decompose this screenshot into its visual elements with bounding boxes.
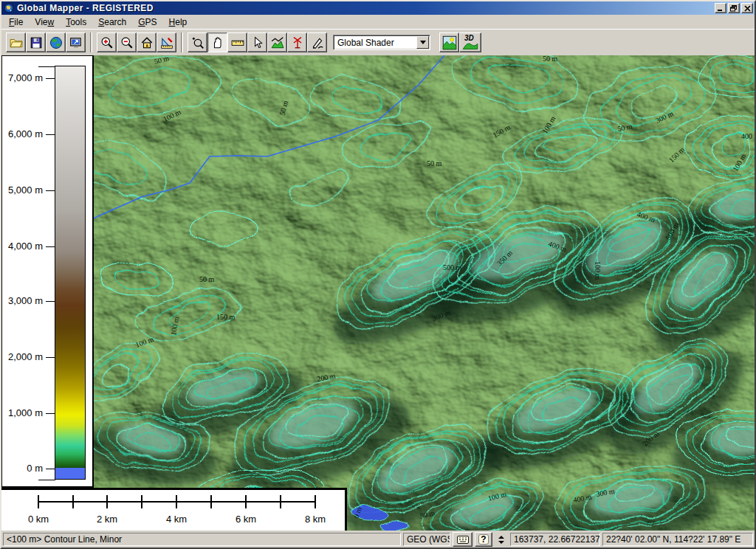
zoom-in-icon: [100, 36, 114, 49]
feature-status: <100 m> Contour Line, Minor: [3, 533, 401, 546]
menu-gps[interactable]: GPS: [132, 15, 162, 29]
coordinate-entry-button[interactable]: [453, 532, 472, 547]
export-screen-icon: [69, 36, 83, 49]
app-window: Global Mapper - REGISTERED File View Too…: [0, 0, 756, 549]
restore-icon: [730, 5, 738, 12]
contour-label: 100 m: [594, 261, 602, 280]
world-icon: [49, 36, 63, 49]
export-screen-button[interactable]: [66, 32, 86, 52]
legend-label-6000: 6,000 m: [2, 128, 43, 139]
digitizer-icon: [311, 36, 324, 49]
zoom-out-icon: [120, 36, 134, 49]
path-profile-icon: [271, 36, 284, 49]
scale-bar: 0 km 2 km 4 km 6 km 8 km: [1, 488, 347, 531]
world-view-button[interactable]: [46, 32, 66, 52]
help-icon: ?: [478, 534, 489, 545]
toolbar-separator: [181, 32, 183, 52]
contour-label: 50 m: [427, 159, 442, 168]
elevation-gradient-bar: [55, 66, 86, 480]
projection-status: GEO (WGS8: [403, 533, 450, 546]
contour-label: 50 m: [199, 275, 215, 283]
zoom-tool-button[interactable]: [188, 32, 207, 52]
open-folder-icon: [10, 36, 23, 49]
chevron-down-icon[interactable]: [416, 36, 429, 49]
digitizer-button[interactable]: [307, 32, 327, 52]
menu-bar: File View Tools Search GPS Help: [1, 15, 755, 29]
save-button[interactable]: [26, 32, 46, 52]
select-arrow-icon: [251, 36, 264, 49]
shader-dropdown-value: Global Shader: [337, 38, 394, 48]
cursor-coordinates: 163737, 22.66722137 ): [510, 533, 600, 546]
picture-view-icon: [442, 35, 457, 50]
measure-tool-button[interactable]: [227, 32, 247, 52]
shader-dropdown[interactable]: Global Shader: [333, 35, 430, 50]
pan-tool-button[interactable]: [207, 32, 227, 52]
picture-view-button[interactable]: [439, 32, 459, 52]
legend-label-4000: 4,000 m: [2, 241, 43, 252]
legend-label-7000: 7,000 m: [2, 72, 43, 83]
help-button[interactable]: ?: [475, 532, 492, 547]
contour-label: 150 m: [216, 313, 236, 321]
title-bar: Global Mapper - REGISTERED: [1, 1, 755, 15]
cursor-latlon: 22?40' 02.00" N, 114?22' 17.89" E: [602, 533, 753, 546]
contour-label: 50 m: [543, 55, 558, 63]
zoom-tool-icon: [191, 36, 205, 49]
scale-label-2km: 2 km: [97, 514, 117, 525]
zoom-spinner[interactable]: [497, 536, 506, 544]
threed-view-button[interactable]: 3D: [459, 32, 481, 52]
contour-label: 400 m: [741, 132, 755, 140]
menu-view[interactable]: View: [29, 15, 60, 29]
fresnel-icon: [291, 36, 304, 49]
spinner-down-icon[interactable]: [498, 541, 504, 544]
restore-button[interactable]: [728, 3, 740, 13]
legend-label-2000: 2,000 m: [2, 351, 43, 362]
scale-label-4km: 4 km: [166, 514, 187, 525]
menu-tools[interactable]: Tools: [60, 15, 92, 29]
measure-icon: [231, 36, 244, 49]
scale-label-8km: 8 km: [305, 514, 326, 525]
close-button[interactable]: [741, 3, 753, 13]
contour-label: 500 m: [443, 263, 462, 272]
select-tool-button[interactable]: [247, 32, 267, 52]
home-full-view-icon: [140, 36, 154, 49]
threed-label: 3D: [464, 34, 474, 42]
menu-search[interactable]: Search: [92, 15, 132, 29]
app-icon: [4, 3, 14, 13]
minimize-button[interactable]: [715, 3, 726, 13]
map-area: 50 m100 m50 m50 m50 m150 m100 m50 m300 m…: [1, 55, 755, 531]
full-view-button[interactable]: [137, 32, 157, 52]
elevation-legend: 7,000 m 6,000 m 5,000 m 4,000 m 3,000 m …: [1, 55, 94, 488]
menu-help[interactable]: Help: [163, 15, 193, 29]
minimize-icon: [717, 5, 724, 12]
open-file-button[interactable]: [6, 32, 26, 52]
toolbar-separator: [90, 32, 92, 52]
save-icon: [30, 36, 43, 49]
legend-label-1000: 1,000 m: [2, 407, 43, 418]
window-title: Global Mapper - REGISTERED: [17, 3, 713, 13]
menu-file[interactable]: File: [3, 15, 29, 29]
spinner-up-icon[interactable]: [498, 536, 504, 539]
legend-label-3000: 3,000 m: [2, 295, 43, 306]
zoom-scale-icon: [160, 36, 173, 49]
zoom-in-button[interactable]: [97, 32, 117, 52]
toolbar: Global Shader 3D: [1, 29, 755, 55]
zoom-to-scale-button[interactable]: [157, 32, 176, 52]
scale-label-6km: 6 km: [236, 514, 256, 525]
keyboard-icon: [457, 536, 469, 544]
path-profile-button[interactable]: [267, 32, 287, 52]
legend-label-0: 0 m: [2, 463, 43, 474]
status-bar: <100 m> Contour Line, Minor GEO (WGS8 ? …: [1, 531, 755, 548]
zoom-out-button[interactable]: [117, 32, 137, 52]
pan-hand-icon: [211, 36, 224, 49]
legend-label-5000: 5,000 m: [2, 184, 43, 196]
fresnel-button[interactable]: [287, 32, 307, 52]
close-icon: [744, 5, 751, 12]
map-canvas[interactable]: 50 m100 m50 m50 m50 m150 m100 m50 m300 m…: [1, 55, 755, 531]
scale-label-0km: 0 km: [28, 514, 49, 525]
